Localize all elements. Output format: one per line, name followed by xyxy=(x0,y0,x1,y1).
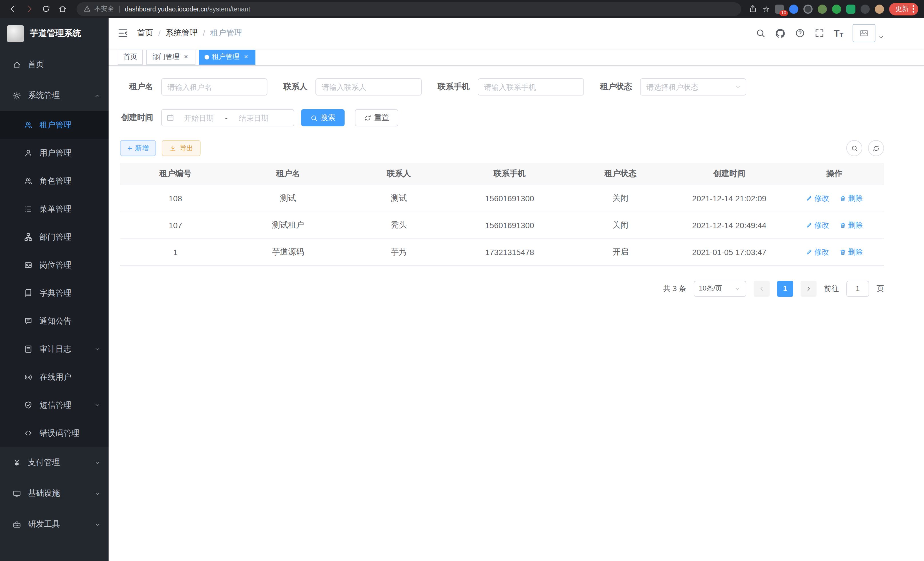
github-icon[interactable] xyxy=(775,28,786,39)
sidebar-item-role-management[interactable]: 角色管理 xyxy=(0,167,109,195)
tags-view-bar: 首页 部门管理 × 租户管理 × xyxy=(109,49,924,66)
breadcrumb-separator: / xyxy=(203,29,205,38)
menu-dots-icon[interactable] xyxy=(913,5,914,13)
code-icon xyxy=(24,429,33,438)
sidebar-item-tenant-management[interactable]: 租户管理 xyxy=(0,111,109,139)
browser-home-icon[interactable] xyxy=(56,2,69,16)
browser-forward-icon[interactable] xyxy=(22,2,36,16)
user-avatar[interactable] xyxy=(853,24,884,42)
system-management-submenu: 租户管理 用户管理 角色管理 菜单管理 部门管理 xyxy=(0,111,109,447)
browser-profile-avatar[interactable] xyxy=(875,4,884,14)
add-button[interactable]: + 新增 xyxy=(120,140,156,156)
search-icon[interactable] xyxy=(755,28,766,38)
sidebar-item-user-management[interactable]: 用户管理 xyxy=(0,139,109,167)
sidebar-item-menu-management[interactable]: 菜单管理 xyxy=(0,195,109,223)
cell-tenant-name: 测试 xyxy=(231,185,345,212)
page-number-button[interactable]: 1 xyxy=(777,281,793,296)
prev-page-button[interactable] xyxy=(754,281,770,296)
hamburger-icon[interactable] xyxy=(109,18,137,49)
phone-label: 联系手机 xyxy=(438,82,470,92)
cell-actions: 修改 删除 xyxy=(784,238,884,265)
breadcrumb-item[interactable]: 首页 xyxy=(137,28,153,38)
phone-input[interactable] xyxy=(478,78,584,96)
extension-icon[interactable] xyxy=(818,4,827,14)
sidebar-item-dept-management[interactable]: 部门管理 xyxy=(0,223,109,251)
page-size-select[interactable]: 10条/页 xyxy=(694,281,746,296)
edit-link[interactable]: 修改 xyxy=(806,247,829,257)
chevron-down-icon xyxy=(94,521,100,528)
sidebar-item-label: 系统管理 xyxy=(28,90,60,101)
devtool-icon xyxy=(13,520,21,529)
cell-actions: 修改 删除 xyxy=(784,185,884,212)
chevron-right-icon xyxy=(805,285,812,292)
sidebar-logo[interactable]: 芋道管理系统 xyxy=(0,18,109,49)
close-icon[interactable]: × xyxy=(182,53,190,61)
cell-status: 关闭 xyxy=(567,212,674,238)
browser-toolbar-right: ☆ 10 更新 xyxy=(749,3,918,15)
extension-icon[interactable] xyxy=(789,4,798,14)
sidebar-item-notice[interactable]: 通知公告 xyxy=(0,307,109,335)
cell-contact: 秃头 xyxy=(345,212,452,238)
sidebar-item-label: 研发工具 xyxy=(28,519,60,529)
end-date-input[interactable] xyxy=(230,114,277,122)
extension-icon[interactable] xyxy=(832,4,841,14)
create-time-label: 创建时间 xyxy=(120,113,153,123)
font-size-icon[interactable]: TT xyxy=(834,28,843,38)
breadcrumb-item[interactable]: 系统管理 xyxy=(166,28,198,38)
fullscreen-icon[interactable] xyxy=(814,28,825,38)
extension-icon[interactable] xyxy=(861,4,870,14)
tenant-status-value[interactable] xyxy=(640,78,746,96)
sidebar-item-dev-tools[interactable]: 研发工具 xyxy=(0,509,109,540)
total-count: 共 3 条 xyxy=(663,283,686,294)
sidebar-item-online-users[interactable]: 在线用户 xyxy=(0,363,109,391)
sidebar-item-infrastructure[interactable]: 基础设施 xyxy=(0,478,109,509)
delete-link[interactable]: 删除 xyxy=(839,220,863,230)
goto-page-input[interactable] xyxy=(846,281,869,296)
breadcrumb-item-current: 租户管理 xyxy=(210,28,242,38)
edit-link[interactable]: 修改 xyxy=(806,220,829,230)
cell-tenant-name: 测试租户 xyxy=(231,212,345,238)
sidebar-item-payment-management[interactable]: 支付管理 xyxy=(0,447,109,478)
close-icon[interactable]: × xyxy=(242,53,250,61)
address-bar[interactable]: 不安全 dashboard.yudao.iocoder.cn/system/te… xyxy=(76,2,741,16)
sidebar-item-dict-management[interactable]: 字典管理 xyxy=(0,279,109,307)
extension-icon[interactable]: 10 xyxy=(775,4,784,14)
browser-reload-icon[interactable] xyxy=(39,2,52,16)
logo-image xyxy=(7,25,24,42)
cell-status: 关闭 xyxy=(567,185,674,212)
help-icon[interactable] xyxy=(795,28,805,38)
sidebar-item-sms-management[interactable]: 短信管理 xyxy=(0,391,109,419)
refresh-table-button[interactable] xyxy=(868,140,884,156)
create-time-range-picker[interactable]: - xyxy=(161,109,294,126)
start-date-input[interactable] xyxy=(176,114,222,122)
tenant-name-input[interactable] xyxy=(161,78,267,96)
edit-link[interactable]: 修改 xyxy=(806,193,829,203)
filter-row-2: 创建时间 - 搜索 重置 xyxy=(120,109,884,126)
share-icon[interactable] xyxy=(749,5,758,13)
extension-icon[interactable] xyxy=(803,4,813,14)
tab-home[interactable]: 首页 xyxy=(118,50,143,64)
tab-tenant-management[interactable]: 租户管理 × xyxy=(199,50,255,64)
sidebar-item-audit-log[interactable]: 审计日志 xyxy=(0,335,109,363)
browser-back-icon[interactable] xyxy=(6,2,20,16)
export-button[interactable]: 导出 xyxy=(162,140,201,156)
extension-icon[interactable] xyxy=(846,4,855,14)
delete-link[interactable]: 删除 xyxy=(839,247,863,257)
toggle-search-button[interactable] xyxy=(846,140,862,156)
tenant-status-select[interactable] xyxy=(640,78,746,96)
bookmark-star-icon[interactable]: ☆ xyxy=(763,5,770,13)
delete-link[interactable]: 删除 xyxy=(839,193,863,203)
search-button[interactable]: 搜索 xyxy=(301,109,345,126)
sidebar-item-post-management[interactable]: 岗位管理 xyxy=(0,251,109,279)
sidebar-item-label: 短信管理 xyxy=(39,400,71,410)
next-page-button[interactable] xyxy=(801,281,817,296)
tab-dept-management[interactable]: 部门管理 × xyxy=(146,50,195,64)
reset-button[interactable]: 重置 xyxy=(355,109,398,126)
sidebar-item-error-code-management[interactable]: 错误码管理 xyxy=(0,419,109,447)
table-row: 108 测试 测试 15601691300 关闭 2021-12-14 21:0… xyxy=(120,185,884,212)
contact-input[interactable] xyxy=(315,78,422,96)
sidebar-item-system-management[interactable]: 系统管理 xyxy=(0,80,109,111)
update-button[interactable]: 更新 xyxy=(889,3,918,15)
plus-icon: + xyxy=(128,144,132,152)
sidebar-item-home[interactable]: 首页 xyxy=(0,49,109,80)
